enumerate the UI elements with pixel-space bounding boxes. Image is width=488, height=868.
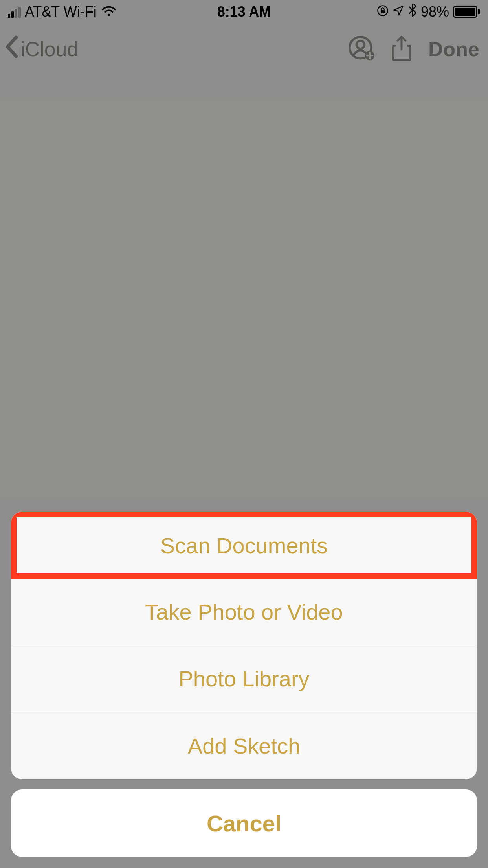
cancel-label: Cancel xyxy=(207,810,281,837)
action-label: Scan Documents xyxy=(160,533,328,558)
action-sheet: Scan Documents Take Photo or Video Photo… xyxy=(11,512,477,857)
action-label: Take Photo or Video xyxy=(145,599,343,625)
action-sheet-options: Scan Documents Take Photo or Video Photo… xyxy=(11,512,477,779)
action-add-sketch[interactable]: Add Sketch xyxy=(11,712,477,779)
action-take-photo-video[interactable]: Take Photo or Video xyxy=(11,579,477,645)
action-photo-library[interactable]: Photo Library xyxy=(11,645,477,712)
action-cancel-button[interactable]: Cancel xyxy=(11,789,477,857)
action-scan-documents[interactable]: Scan Documents xyxy=(11,512,477,579)
action-label: Add Sketch xyxy=(188,733,300,759)
action-label: Photo Library xyxy=(178,666,309,691)
